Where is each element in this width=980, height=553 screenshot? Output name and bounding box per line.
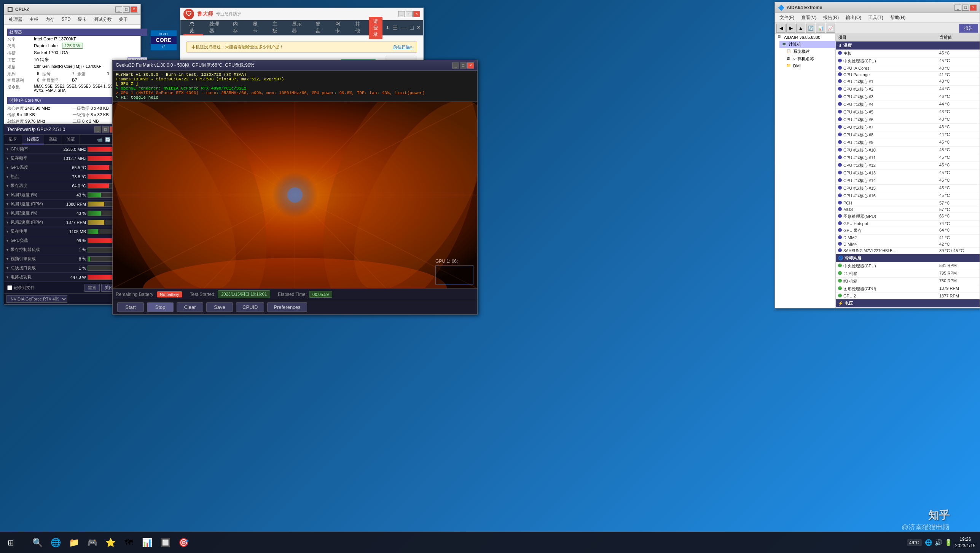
furmark-maximize-button[interactable]: □ (460, 62, 467, 69)
watermark: 知乎 (928, 508, 950, 523)
furmark-minimize-button[interactable]: _ (452, 62, 459, 69)
aida64-report-button[interactable]: 报告 (959, 24, 978, 33)
gpuz-record-label: 记录到文件 (7, 285, 35, 291)
ludashi-nav-other[interactable]: 其他 (349, 20, 369, 35)
furmark-close-button[interactable]: × (467, 62, 474, 69)
aida64-menu-file[interactable]: 文件(F) (776, 14, 797, 22)
taskbar-gpuz-app[interactable]: 🎯 (175, 534, 192, 551)
taskbar-network-icon[interactable]: 🌐 (925, 539, 932, 546)
aida64-graph-button[interactable]: 📈 (826, 24, 835, 33)
ludashi-nav-storage[interactable]: 硬盘 (309, 20, 329, 35)
tree-item-computer[interactable]: 💻 计算机 (779, 41, 835, 48)
furmark-start-button[interactable]: Start (117, 302, 144, 312)
gpuz-record-icon[interactable]: 📹 (97, 137, 103, 142)
gpuz-gpu-select[interactable]: NVIDIA GeForce RTX 4090 (6, 295, 67, 303)
ludashi-minimize-nav-button[interactable]: — (401, 24, 407, 31)
taskbar-explorer-icon[interactable]: 📁 (65, 534, 82, 551)
gpuz-minimize-button[interactable]: _ (94, 126, 101, 133)
furmark-stop-button[interactable]: Stop (147, 302, 174, 312)
taskbar-browser-icon[interactable]: 🌐 (47, 534, 64, 551)
cpuz-minimize-button[interactable]: _ (115, 6, 122, 13)
aida64-sensor-mos: MOS 57 °C (836, 206, 980, 213)
aida64-chart-button[interactable]: 📊 (816, 24, 825, 33)
cpuz-menu-graphics[interactable]: 显卡 (75, 16, 90, 24)
cpuz-menu-about[interactable]: 关于 (116, 16, 131, 24)
aida64-sensor-pch: PCH 57 °C (836, 200, 980, 206)
cpuz-icon: 🔲 (7, 7, 13, 12)
cpuz-menu-spd[interactable]: SPD (58, 16, 74, 24)
taskbar-game-icon[interactable]: 🎮 (84, 534, 100, 551)
gpuz-tab-sensors[interactable]: 传感器 (22, 135, 44, 144)
ludashi-nav-memory[interactable]: 内存 (227, 20, 247, 35)
ludashi-nav-gpu[interactable]: 显卡 (247, 20, 266, 35)
furmark-save-button[interactable]: Save (206, 302, 233, 312)
gpuz-record-checkbox[interactable] (7, 285, 12, 290)
furmark-clear-button[interactable]: Clear (177, 302, 203, 312)
tree-item-dmi[interactable]: 📁 DMI (784, 62, 835, 69)
aida64-forward-button[interactable]: ▶ (786, 24, 795, 33)
ludashi-login-button[interactable]: 请登录 (369, 17, 382, 39)
gpuz-refresh-icon[interactable]: 🔄 (105, 137, 111, 142)
ludashi-expand-nav-button[interactable]: □ (410, 24, 414, 31)
ludashi-menu-icon[interactable]: ☰ (392, 24, 398, 32)
taskbar-app7-icon[interactable]: 📊 (139, 534, 155, 551)
taskbar-search-icon[interactable]: 🔍 (29, 534, 46, 551)
aida64-menu-view[interactable]: 查看(V) (798, 14, 819, 22)
gpuz-tab-verify[interactable]: 验证 (62, 135, 80, 144)
ludashi-nav-overview[interactable]: 总览 (183, 20, 203, 35)
taskbar-app5-icon[interactable]: ⭐ (102, 534, 119, 551)
start-button[interactable]: ⊞ (0, 532, 21, 553)
furmark-cpuid-button[interactable]: CPUID (236, 302, 264, 312)
cpuz-close-button[interactable]: × (131, 6, 137, 13)
aida64-menu-help[interactable]: 帮助(H) (887, 14, 909, 22)
furmark-battery-item: Remaining Battery: No battery (116, 291, 182, 297)
taskbar-battery-icon[interactable]: 🔋 (945, 539, 952, 546)
ludashi-download-icon[interactable]: ⬇ (386, 25, 389, 30)
cpuz-menu-memory[interactable]: 内存 (42, 16, 57, 24)
gpuz-title: TechPowerUp GPU-Z 2.51.0 (7, 127, 65, 132)
gpuz-tab-advanced[interactable]: 高级 (44, 135, 62, 144)
aida64-menu-report[interactable]: 报告(R) (820, 14, 842, 22)
aida64-menu-tools[interactable]: 工具(T) (865, 14, 886, 22)
cpuz-menu-bench[interactable]: 测试分数 (91, 16, 115, 24)
sensor-icon-cpu-ia (838, 66, 842, 70)
ludashi-nav-display[interactable]: 显示器 (286, 20, 309, 35)
aida64-maximize-button[interactable]: □ (962, 5, 969, 11)
cpuz-maximize-button[interactable]: □ (123, 6, 130, 13)
gpuz-tab-card[interactable]: 显卡 (4, 135, 22, 144)
ludashi-nav-network[interactable]: 网卡 (329, 20, 349, 35)
furmark-stats-line: Frames:133093 - time:00:04:22 - FPS:508 … (116, 77, 474, 82)
aida64-menu-output[interactable]: 输出(O) (843, 14, 864, 22)
aida64-back-button[interactable]: ◀ (776, 24, 786, 33)
aida64-minimize-button[interactable]: _ (955, 5, 961, 11)
ludashi-close-button[interactable]: × (413, 11, 420, 17)
ludashi-minimize-button[interactable]: _ (398, 11, 405, 17)
aida64-close-button[interactable]: × (970, 5, 977, 11)
gpuz-reload-button[interactable]: 重置 (84, 284, 100, 292)
ludashi-alert-link[interactable]: 前往扫描> (393, 44, 412, 50)
furmark-preferences-button[interactable]: Preferences (267, 302, 307, 312)
ludashi-nav-cpu[interactable]: 处理器 (203, 20, 227, 35)
ludashi-maximize-button[interactable]: □ (406, 11, 413, 17)
gpuz-maximize-button[interactable]: □ (102, 126, 109, 133)
cpuz-titlebar: 🔲 CPU-Z _ □ × (4, 4, 140, 15)
taskbar-volume-icon[interactable]: 🔊 (935, 539, 942, 546)
aida64-refresh-button[interactable]: 🔄 (806, 24, 815, 33)
furmark-started-item: Test Started: 2023/1/15/周日 19:16:01 (190, 290, 270, 298)
tree-item-computer-name[interactable]: 🖥 计算机名称 (784, 55, 835, 62)
tree-item-sysoverview[interactable]: 📋 系统概述 (784, 48, 835, 55)
gpuz-sensor-fan2-pct: ▼ 风扇2速度 (%) 43 % (4, 209, 120, 218)
aida64-up-button[interactable]: ▲ (796, 24, 805, 33)
aida64-sensor-gpu-mem: GPU 显存 64 °C (836, 227, 980, 235)
cpuz-menu-processor[interactable]: 处理器 (6, 16, 25, 24)
furmark-gpu-tag: [ GPU-Z ] (116, 82, 474, 86)
aida64-sensor-core13: CPU #1/核心 #13 45 °C (836, 169, 980, 177)
cpuz-menu-motherboard[interactable]: 主板 (26, 16, 41, 24)
taskbar-app6-icon[interactable]: 🗺 (120, 534, 137, 551)
taskbar-cpuz-app[interactable]: 🔲 (157, 534, 174, 551)
taskbar-clock[interactable]: 19:26 2023/1/15 (955, 536, 975, 549)
tree-item-aida64[interactable]: 🖥 AIDA64 v6.85.6300 (775, 34, 835, 41)
cpuz-core-speed: 核心速度 2493.90 MHz (7, 105, 72, 111)
ludashi-close-nav-button[interactable]: × (417, 24, 420, 31)
ludashi-nav-board[interactable]: 主板 (266, 20, 286, 35)
